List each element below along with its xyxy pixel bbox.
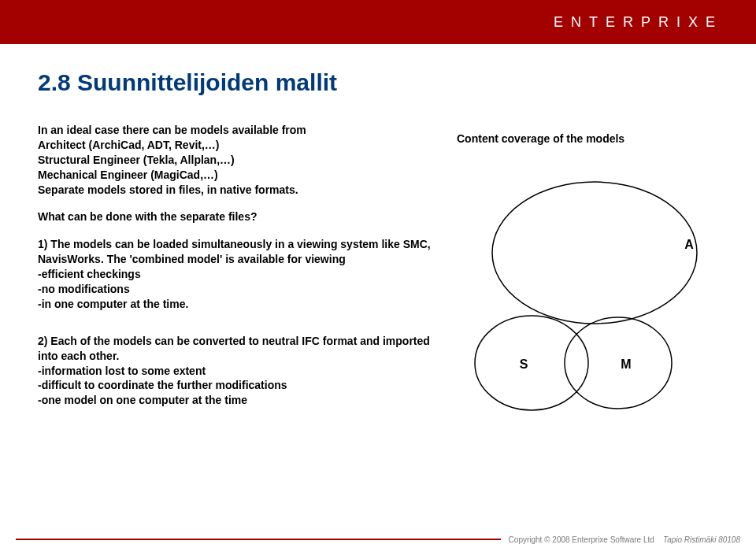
left-column: In an ideal case there can be models ava…: [38, 123, 432, 408]
header-bar: ENTERPRIXE: [0, 0, 756, 44]
venn-label-s: S: [520, 357, 528, 371]
venn-circle-s: [475, 316, 588, 410]
venn-diagram: A S M: [449, 170, 709, 438]
copyright-text: Copyright © 2008 Enterprixe Software Ltd: [509, 535, 654, 544]
venn-circle-m: [565, 317, 672, 409]
logo: ENTERPRIXE: [554, 14, 723, 31]
venn-circle-a: [492, 182, 697, 324]
venn-label-a: A: [684, 238, 694, 251]
intro-text: In an ideal case there can be models ava…: [38, 123, 432, 197]
point-1: 1) The models can be loaded simultaneous…: [38, 237, 432, 311]
footer-text: Copyright © 2008 Enterprixe Software Ltd…: [501, 535, 756, 544]
slide-body: 2.8 Suunnittelijoiden mallit In an ideal…: [0, 44, 756, 408]
author-text: Tapio Ristimäki 80108: [663, 535, 740, 544]
page-title: 2.8 Suunnittelijoiden mallit: [38, 69, 718, 96]
what-heading: What can be done with the separate files…: [38, 209, 432, 224]
footer-divider: [16, 539, 501, 540]
diagram-caption: Content coverage of the models: [457, 132, 624, 145]
footer: Copyright © 2008 Enterprixe Software Ltd…: [0, 531, 756, 548]
venn-label-m: M: [621, 357, 631, 371]
point-2: 2) Each of the models can be converted t…: [38, 334, 432, 408]
